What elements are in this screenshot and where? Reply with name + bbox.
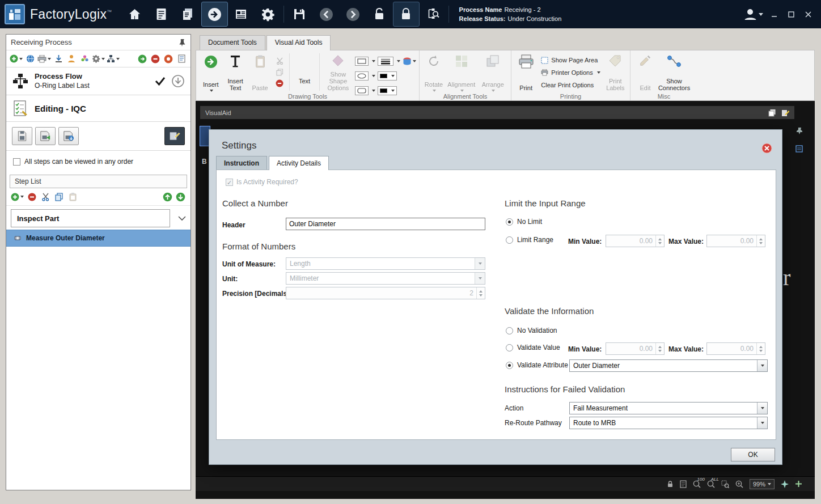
zoom-fit-all-button[interactable]: ALL — [707, 480, 715, 488]
unlock-button[interactable] — [366, 2, 393, 27]
delete-shape-button[interactable] — [274, 78, 285, 89]
new-document-button[interactable] — [12, 127, 32, 145]
user-menu-button[interactable] — [742, 7, 763, 22]
paste-button[interactable]: Paste — [248, 52, 272, 92]
limit-max-spinner[interactable]: 0.00 — [706, 235, 765, 247]
tab-document-tools[interactable]: Document Tools — [200, 35, 265, 50]
arrange-button[interactable]: Arrange — [478, 52, 508, 92]
copy-step-button[interactable] — [53, 190, 65, 203]
activate-button[interactable] — [137, 53, 148, 65]
rotate-button[interactable]: Rotate — [422, 52, 445, 92]
dialog-tab-activity-details[interactable]: Activity Details — [269, 156, 329, 170]
zoom-extents-icon[interactable] — [781, 480, 789, 488]
hold-button[interactable] — [150, 53, 161, 65]
add-step-button[interactable] — [11, 190, 24, 203]
assign-user-button[interactable] — [66, 53, 77, 65]
clear-print-options-button[interactable]: Clear Print Options — [539, 79, 602, 91]
line-color-picker[interactable] — [378, 71, 397, 81]
options-gear-button[interactable] — [92, 53, 105, 65]
no-limit-option[interactable]: No Limit — [506, 218, 542, 226]
validate-max-spinner[interactable]: 0.00 — [706, 342, 765, 355]
validate-attribute-option[interactable]: Validate Attribute — [506, 361, 568, 369]
import-document-button[interactable] — [35, 127, 56, 145]
ok-button[interactable]: OK — [731, 448, 775, 461]
show-connectors-button[interactable]: ShowConnectors — [658, 52, 690, 92]
panel-settings-button[interactable] — [795, 145, 803, 153]
edit-page-button[interactable] — [781, 109, 789, 117]
validate-value-radio[interactable] — [506, 344, 513, 351]
copy-button[interactable] — [274, 66, 285, 78]
home-button[interactable] — [121, 2, 148, 27]
publish-globe-button[interactable] — [24, 53, 36, 65]
any-order-checkbox-row[interactable]: All steps can be viewed in any order — [6, 151, 191, 172]
cut-button[interactable] — [274, 55, 285, 66]
print-labels-button[interactable]: PrintLabels — [604, 52, 627, 92]
plugins-button[interactable] — [79, 53, 90, 65]
no-validation-radio[interactable] — [506, 327, 513, 334]
close-button[interactable] — [801, 8, 815, 20]
report-button[interactable] — [176, 53, 187, 65]
zoom-100-button[interactable]: 100 — [693, 480, 701, 488]
ellipse-dropdown[interactable] — [370, 70, 376, 82]
add-button[interactable] — [10, 53, 23, 65]
process-flow-row[interactable]: Process Flow O-Ring Label Last — [6, 67, 191, 95]
edit-visual-aid-button[interactable] — [164, 127, 185, 145]
step-group-inspect-part[interactable]: Inspect Part — [11, 209, 170, 227]
import-button[interactable] — [53, 53, 64, 65]
documents-button[interactable] — [175, 2, 201, 27]
minimize-button[interactable] — [767, 8, 781, 20]
alignment-button[interactable]: Alignment — [446, 52, 476, 92]
unit-select[interactable]: Millimeter — [286, 272, 485, 285]
nav-forward-button[interactable] — [340, 2, 366, 27]
add-page-button[interactable] — [795, 480, 802, 488]
validate-min-spinner[interactable]: 0.00 — [606, 342, 665, 355]
header-input[interactable] — [286, 218, 485, 230]
process-definitions-button[interactable] — [148, 2, 175, 27]
pin-icon[interactable] — [178, 39, 186, 46]
theme-colors-button[interactable] — [403, 55, 416, 67]
validate-attribute-radio[interactable] — [506, 362, 513, 369]
stop-button[interactable] — [163, 53, 174, 65]
zoom-window-button[interactable] — [721, 480, 729, 488]
limit-range-radio[interactable] — [506, 236, 513, 244]
maximize-button[interactable] — [784, 8, 798, 20]
rectangle-shape-button[interactable] — [355, 57, 369, 66]
settings-gear-button[interactable] — [255, 2, 281, 27]
lock-button[interactable] — [393, 2, 420, 27]
news-button[interactable] — [228, 2, 255, 27]
no-validation-option[interactable]: No Validation — [506, 327, 557, 334]
duplicate-page-button[interactable] — [768, 109, 776, 117]
line-style-dropdown[interactable] — [395, 55, 401, 67]
edit-button[interactable]: Edit — [633, 52, 657, 92]
save-button[interactable] — [286, 2, 313, 27]
show-page-area-button[interactable]: Show Page Area — [539, 54, 602, 66]
dialog-tab-instruction[interactable]: Instruction — [216, 156, 267, 170]
tab-visual-aid-tools[interactable]: Visual Aid Tools — [266, 35, 331, 50]
move-step-down-button[interactable] — [175, 190, 186, 203]
line-style-button[interactable] — [378, 57, 393, 66]
page-view-icon[interactable] — [680, 480, 687, 488]
audit-trail-search-button[interactable] — [420, 2, 446, 27]
panel-pin-button[interactable] — [795, 127, 803, 134]
precision-spinner[interactable]: 2 — [286, 287, 485, 299]
print-button-large[interactable]: Print — [514, 52, 538, 92]
limit-min-spinner[interactable]: 0.00 — [606, 235, 665, 247]
reroute-pathway-select[interactable]: Route to MRB — [569, 417, 768, 429]
collapse-chevron-icon[interactable] — [178, 216, 186, 221]
show-shape-options-button[interactable]: Show ShapeOptions — [323, 52, 354, 92]
zoom-level-select[interactable]: 99% — [750, 479, 775, 489]
expand-down-button[interactable] — [171, 74, 185, 88]
text-properties-button[interactable]: Text — [293, 52, 316, 92]
validate-value-option[interactable]: Validate Value — [506, 344, 560, 351]
printer-options-button[interactable]: Printer Options — [539, 67, 602, 78]
limit-range-option[interactable]: Limit Range — [506, 236, 553, 244]
any-order-checkbox[interactable] — [13, 158, 20, 166]
validate-attribute-select[interactable]: Outer Diameter — [569, 359, 768, 372]
insert-text-button[interactable]: InsertText — [223, 52, 247, 92]
ellipse-shape-button[interactable] — [355, 71, 369, 81]
zoom-in-button[interactable] — [735, 480, 743, 488]
rectangle-dropdown[interactable] — [370, 55, 376, 67]
dialog-close-button[interactable] — [761, 143, 772, 154]
paste-step-button[interactable] — [67, 190, 78, 203]
lock-view-icon[interactable] — [667, 480, 674, 488]
